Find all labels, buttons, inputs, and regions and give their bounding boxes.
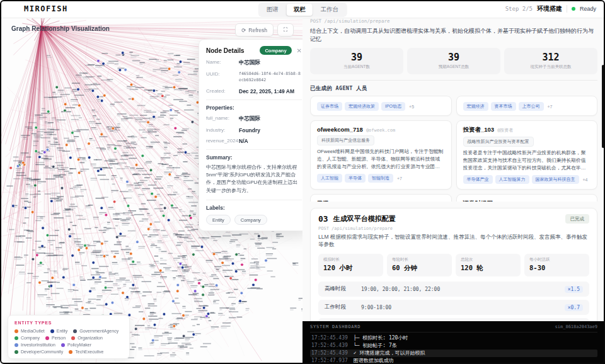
legend-dot-icon [14, 336, 18, 340]
topic-chip: IPO动态 [381, 102, 405, 111]
topic-chips: 半导体产业人工智能算力国家政策与科技自主+4 [463, 175, 591, 184]
scrollbar-thumb[interactable] [602, 65, 604, 148]
divider [310, 80, 597, 81]
log-message: ✓ 环境搭建完成，可以开始模拟 [354, 350, 425, 357]
agents-heading: 已生成的 AGENT 人员 [310, 85, 597, 93]
legend-item-DeveloperCommunity: DeveloperCommunity [14, 350, 63, 354]
topic-chips: 证券市场宏观经济政策IPO动态+5 [317, 102, 445, 111]
param-label: 模拟时长 [323, 257, 378, 263]
period-label: 高峰时段 [325, 285, 361, 293]
param-box: 每小时活跃8-30 [524, 254, 589, 276]
param-box: 总轮次120 轮 [456, 254, 521, 276]
simulation-config-panel: POST /api/simulation/prepare 结合上下文，自动调用工… [302, 18, 605, 321]
agent-handle: @投资者 [497, 127, 513, 134]
legend-dot-icon [50, 329, 54, 333]
system-terminal: SYSTEM DASHBOARD sim_8618a2043ae9 17:52:… [302, 321, 605, 364]
agents-grid: 证券市场宏观经济政策IPO动态+5宏观经济资本市场上市公司+7ofweekcom… [310, 96, 597, 202]
legend-dot-icon [69, 350, 72, 354]
log-message: 图谱数据加载成功 [354, 357, 394, 364]
agent-card-partial[interactable]: 证券市场宏观经济政策IPO动态+5 [310, 96, 452, 116]
legend-item-TechExecutive: TechExecutive [69, 350, 103, 354]
topic-chip: 人工智能 [317, 174, 342, 183]
divider [206, 100, 302, 100]
legend-item-Organization: Organization [71, 336, 103, 340]
view-tabs: 图谱双栏工作台 [258, 3, 347, 17]
divider [567, 5, 567, 13]
legend-item-InvestorInstitution: InvestorInstitution [14, 343, 55, 347]
log-timestamp: 17:52:45.439 [311, 350, 348, 357]
simulation-config-card: 03 生成双平台模拟配置 已完成 POST /api/simulation/pr… [310, 208, 597, 321]
graph-panel[interactable]: Graph Relationship Visualization ⟳ Refre… [0, 18, 303, 364]
agent-name-row: ofweekcom_718@ofweek.com [317, 126, 445, 133]
param-label: 每轮时长 [392, 257, 447, 263]
topic-chip: 人工智能算力 [495, 175, 529, 184]
tab-工作台[interactable]: 工作台 [314, 4, 346, 16]
api-endpoint: POST /api/simulation/prepare [318, 226, 589, 231]
activity-periods: 高峰时段19:00, 20:00, 21:00, 22:00×1.5工作时段9:… [318, 282, 589, 321]
simulation-params: 模拟时长120 小时每轮时长60 分钟总轮次120 轮每小时活跃8-30 [318, 254, 589, 276]
agent-name: 证券时报网_551 [463, 200, 507, 202]
legend-dot-icon [71, 336, 75, 340]
period-row: 工作时段9:00-18:00×0.7 [318, 300, 589, 315]
node-labels: EntityCompany [206, 215, 302, 225]
param-label: 每小时活跃 [529, 257, 584, 263]
property-value: N/A [239, 138, 248, 144]
section-intro: 结合上下文，自动调用工具从知识图谱梳理实体与关系，初始化模拟个体，并基于现实种子… [310, 27, 597, 43]
agent-card-partial[interactable]: 宏观经济资本市场上市公司+7 [456, 96, 598, 116]
topic-chip: 宏观经济政策 [345, 102, 379, 111]
agent-card[interactable]: 腾讯_757@腾讯互联网科技公司，提供社交平台、数字内容、金融科技、云计算与人工… [310, 194, 452, 202]
legend-items: MediaOutletEntityGovernmentAgencyCompany… [14, 329, 123, 354]
node-fields: Name:中芯国际UUID:f46584d6-18f4-4e74-85b8-8e… [206, 59, 302, 94]
node-field-row: UUID:f46584d6-18f4-4e74-85b8-8ecb692e084… [206, 71, 302, 84]
stat-box: 39当前AGENT数 [310, 48, 403, 74]
tab-双栏[interactable]: 双栏 [287, 4, 313, 16]
topic-chip: 证券市场 [317, 102, 342, 111]
entity-types-legend: ENTITY TYPES MediaOutletEntityGovernment… [8, 315, 130, 359]
property-row: full_name:中芯国际 [206, 115, 302, 123]
tab-图谱[interactable]: 图谱 [260, 4, 285, 16]
param-value: 120 小时 [323, 264, 378, 273]
summary-title: Summary: [206, 154, 302, 161]
more-chips-count: +7 [397, 176, 402, 181]
period-time: 9:00-18:00 [361, 305, 565, 310]
refresh-label: Refresh [248, 27, 267, 33]
node-field-row: Created:Dec 22, 2025, 1:49 AM [206, 88, 302, 94]
param-box: 模拟时长120 小时 [318, 254, 383, 276]
terminal-title: SYSTEM DASHBOARD [310, 324, 555, 329]
agent-name-row: 证券时报网_551@证券时报网 [463, 200, 591, 202]
agent-name-row: 腾讯_757@腾讯 [317, 200, 445, 202]
node-label-pill: Company [234, 215, 267, 225]
legend-item-Entity: Entity [50, 329, 68, 333]
terminal-log: 17:52:45.439├─ 模拟时长: 120小时17:52:45.439└─… [310, 334, 597, 364]
legend-label: GovernmentAgency [79, 329, 118, 333]
property-value: Foundry [239, 127, 260, 134]
fullscreen-button[interactable]: ⛶ [277, 23, 294, 37]
node-field-row: Name:中芯国际 [206, 59, 302, 67]
period-multiplier-badge: ×0.7 [565, 304, 583, 311]
node-details-card: Node Details Company ✕ Name:中芯国际UUID:f46… [199, 39, 303, 231]
agent-card[interactable]: 证券时报网_551@证券时报网财经新闻与行业研究媒体机构证券时报网（stcn.c… [456, 194, 598, 202]
param-box: 每轮时长60 分钟 [387, 254, 452, 276]
field-value: Dec 22, 2025, 1:49 AM [239, 88, 294, 94]
agent-card[interactable]: 投资者_103@投资者战略性新兴产业投资与资本配置投资者是专注于中国战略性新兴产… [456, 120, 598, 190]
session-id: sim_8618a2043ae9 [555, 324, 597, 329]
legend-label: PolicyMaker [67, 343, 91, 347]
step-label: Step 2/5 [505, 6, 533, 12]
refresh-button[interactable]: ⟳ Refresh [235, 23, 274, 37]
close-icon[interactable]: ✕ [297, 47, 302, 54]
topic-chip: 资本市场 [491, 102, 516, 111]
legend-dot-icon [61, 343, 65, 347]
param-value: 60 分钟 [392, 264, 447, 273]
more-chips-count: +7 [548, 105, 553, 109]
section3-header: 03 生成双平台模拟配置 已完成 [318, 214, 589, 224]
agents-list-viewport[interactable]: 证券市场宏观经济政策IPO动态+5宏观经济资本市场上市公司+7ofweekcom… [310, 96, 597, 202]
legend-dot-icon [73, 329, 77, 333]
legend-label: MediaOutlet [21, 329, 45, 333]
field-value: 中芯国际 [239, 59, 260, 67]
legend-label: Entity [57, 329, 68, 333]
node-details-header: Node Details Company ✕ [206, 46, 302, 55]
node-details-title: Node Details [206, 47, 256, 54]
log-timestamp: 17:52:47.937 [311, 357, 348, 364]
agent-card[interactable]: ofweekcom_718@ofweek.com科技新闻与产业信息服务OFwee… [310, 120, 452, 190]
field-value: f46584d6-18f4-4e74-85b8-8ecb692e0842 [239, 71, 302, 84]
